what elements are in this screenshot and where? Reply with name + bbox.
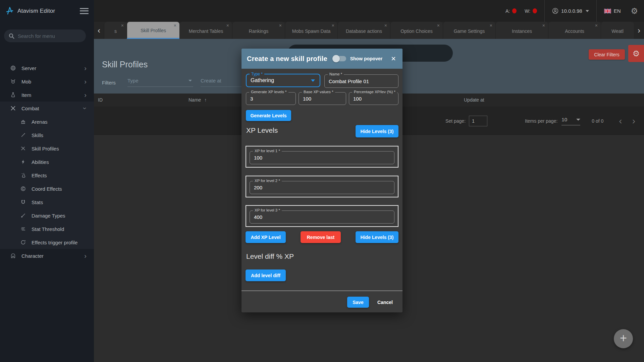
generate-xp-levels-field[interactable]: Generate XP levels * bbox=[246, 92, 296, 105]
tab-weather[interactable]: Weatl bbox=[601, 22, 634, 39]
add-level-diff-button[interactable]: Add level diff bbox=[246, 269, 286, 281]
sidebar-item-skills[interactable]: Skills bbox=[0, 128, 94, 142]
tab-close-icon[interactable]: × bbox=[279, 23, 282, 28]
tabs-scroll-right-icon[interactable]: › bbox=[634, 22, 644, 39]
column-header-update-at[interactable]: Update at bbox=[464, 94, 484, 107]
tab-game-settings[interactable]: Game Settings × bbox=[443, 22, 495, 39]
base-xp-values-field[interactable]: Base XP values * bbox=[299, 92, 346, 105]
remove-last-button[interactable]: Remove last bbox=[301, 231, 341, 243]
xp-level-1-input[interactable] bbox=[254, 152, 391, 164]
tab-close-icon[interactable]: × bbox=[332, 23, 334, 28]
sidebar-item-effects[interactable]: Effects bbox=[0, 169, 94, 182]
tab-option-choices[interactable]: Option Choices × bbox=[390, 22, 443, 39]
save-button[interactable]: Save bbox=[347, 297, 369, 308]
sidebar-item-effects-trigger-profile[interactable]: Effects trigger profile bbox=[0, 236, 94, 249]
show-popover-toggle[interactable] bbox=[333, 56, 346, 61]
hamburger-menu-icon[interactable] bbox=[80, 8, 89, 14]
tab-merchant-tables[interactable]: Merchant Tables × bbox=[179, 22, 232, 39]
name-input[interactable] bbox=[329, 75, 395, 87]
chevron-down-icon bbox=[311, 79, 315, 82]
cancel-button[interactable]: Cancel bbox=[376, 297, 394, 308]
language-selector[interactable]: EN bbox=[604, 8, 621, 14]
type-filter-select[interactable]: Type bbox=[127, 78, 193, 87]
page-title: Skill Profiles bbox=[102, 60, 148, 69]
logo-area: Atavism Editor bbox=[0, 0, 94, 22]
xp-level-3-field[interactable]: XP for level 3 * bbox=[250, 210, 394, 224]
crossed-wands-icon bbox=[19, 146, 27, 151]
hide-levels-button-top[interactable]: Hide Levels (3) bbox=[356, 125, 398, 137]
add-xp-level-button[interactable]: Add XP Level bbox=[246, 231, 286, 243]
divider bbox=[544, 0, 545, 22]
tab-close-icon[interactable]: × bbox=[384, 23, 387, 28]
sidebar-item-abilities[interactable]: Abilities bbox=[0, 155, 94, 169]
base-xp-values-input[interactable] bbox=[303, 93, 343, 105]
status-w-dot bbox=[533, 8, 537, 13]
sidebar-item-stats[interactable]: Stats bbox=[0, 195, 94, 209]
sidebar-search[interactable] bbox=[4, 29, 86, 42]
tab-accounts[interactable]: Accounts × bbox=[548, 22, 601, 39]
sidebar-menu: Server › Mob › Item › Combat › Arenas bbox=[0, 61, 94, 262]
previous-page-icon[interactable]: ‹ bbox=[619, 116, 622, 126]
pagination-range: 0 of 0 bbox=[592, 118, 603, 124]
tab-database-actions[interactable]: Database actions × bbox=[337, 22, 390, 39]
sidebar-item-combat[interactable]: Combat › bbox=[0, 102, 94, 115]
threshold-lines-icon bbox=[19, 226, 27, 232]
tab-mobs-spawn-data[interactable]: Mobs Spawn Data × bbox=[285, 22, 337, 39]
footer-divider bbox=[241, 291, 402, 291]
hide-levels-button-bottom[interactable]: Hide Levels (3) bbox=[356, 231, 398, 243]
xp-level-2-input[interactable] bbox=[254, 181, 391, 194]
next-page-icon[interactable]: › bbox=[632, 116, 635, 126]
tab-close-icon[interactable]: × bbox=[437, 23, 440, 28]
tab-close-icon[interactable]: × bbox=[121, 23, 124, 28]
sidebar-item-damage-types[interactable]: Damage Types bbox=[0, 209, 94, 222]
create-skill-profile-modal: Create a new skill profile Show popover … bbox=[241, 49, 402, 312]
topbar-right: A: W: 10.0.0.98 EN ⚙ bbox=[505, 0, 644, 22]
percentage-xp-input[interactable] bbox=[353, 93, 395, 105]
close-icon[interactable]: × bbox=[390, 54, 397, 63]
tab-close-icon[interactable]: × bbox=[595, 23, 598, 28]
sidebar-item-server[interactable]: Server › bbox=[0, 61, 94, 75]
column-header-name[interactable]: Name↑ bbox=[189, 94, 207, 107]
flask-icon bbox=[9, 92, 17, 98]
generate-xp-levels-input[interactable] bbox=[250, 93, 293, 105]
tab-close-icon[interactable]: × bbox=[174, 23, 176, 28]
xp-level-2-box: XP for level 2 * bbox=[246, 176, 398, 197]
modal-title: Create a new skill profile bbox=[247, 55, 327, 63]
xp-level-2-field[interactable]: XP for level 2 * bbox=[250, 181, 394, 194]
tabs-scroll-left-icon[interactable]: ‹ bbox=[94, 22, 104, 39]
server-dropdown[interactable]: 10.0.0.98 bbox=[552, 8, 589, 14]
xp-level-3-input[interactable] bbox=[254, 211, 391, 223]
topbar: Atavism Editor A: W: 10.0.0.98 EN ⚙ bbox=[0, 0, 644, 22]
sidebar-item-character[interactable]: Character › bbox=[0, 249, 94, 262]
clear-filters-button[interactable]: Clear Filters bbox=[589, 49, 625, 60]
mob-head-icon bbox=[9, 79, 17, 84]
sidebar-search-input[interactable] bbox=[18, 33, 85, 39]
sidebar-item-item[interactable]: Item › bbox=[0, 88, 94, 102]
xp-level-1-box: XP for level 1 * bbox=[246, 146, 398, 168]
name-field[interactable]: Name * bbox=[324, 74, 398, 88]
xp-level-1-field[interactable]: XP for level 1 * bbox=[250, 151, 394, 164]
sidebar-item-arenas[interactable]: Arenas bbox=[0, 115, 94, 128]
sidebar-item-stat-threshold[interactable]: Stat Threshold bbox=[0, 222, 94, 236]
sidebar-item-skill-profiles[interactable]: Skill Profiles bbox=[0, 142, 94, 155]
tab-instances[interactable]: Instances × bbox=[495, 22, 548, 39]
percentage-xp-field[interactable]: Percentage XP/lev (%) * bbox=[349, 92, 398, 105]
tab-close-icon[interactable]: × bbox=[226, 23, 229, 28]
column-header-id[interactable]: ID bbox=[98, 94, 103, 107]
type-select[interactable]: Type * Gathering bbox=[246, 74, 320, 87]
tab-close-icon[interactable]: × bbox=[490, 23, 492, 28]
items-per-page-select[interactable]: 10 bbox=[561, 117, 580, 125]
server-ip: 10.0.0.98 bbox=[561, 8, 582, 14]
table-settings-gear-icon[interactable]: ⚙ bbox=[628, 45, 644, 62]
tab-skill-profiles[interactable]: Skill Profiles × bbox=[127, 22, 179, 39]
tab-rankings[interactable]: Rankings × bbox=[232, 22, 285, 39]
tab-close-icon[interactable]: × bbox=[542, 23, 545, 28]
chevron-down-icon: › bbox=[82, 107, 89, 110]
set-page-input[interactable] bbox=[469, 116, 487, 126]
tab-partial[interactable]: s × bbox=[104, 22, 127, 39]
sidebar-item-coord-effects[interactable]: Coord Effects bbox=[0, 182, 94, 195]
generate-levels-button[interactable]: Generate Levels bbox=[246, 110, 291, 121]
add-new-button[interactable]: + bbox=[614, 329, 633, 348]
sidebar-item-mob[interactable]: Mob › bbox=[0, 75, 94, 88]
settings-gear-icon[interactable]: ⚙ bbox=[631, 7, 638, 15]
